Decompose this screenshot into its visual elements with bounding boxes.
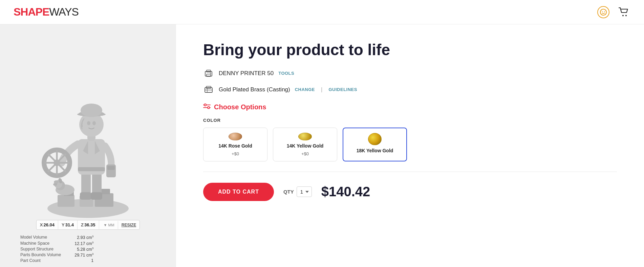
tools-link[interactable]: TOOLS — [278, 71, 294, 76]
color-section-label: COLOR — [203, 118, 617, 123]
qty-section: QTY 1 2 3 4 5 — [283, 186, 312, 197]
color-name-rose-gold: 14K Rose Gold — [218, 143, 252, 149]
svg-rect-39 — [207, 70, 211, 72]
spec-row: Part Count 1 — [20, 258, 93, 263]
logo-shape: SHAPE — [14, 6, 49, 18]
svg-rect-30 — [107, 166, 115, 170]
options-icon — [203, 103, 211, 111]
product-meta: DENNY PRINTER 50 TOOLS Gold Plated Brass… — [203, 68, 617, 95]
svg-rect-6 — [58, 195, 74, 207]
svg-point-41 — [210, 72, 211, 73]
color-card-18k-gold[interactable]: 18K Yellow Gold — [343, 128, 407, 161]
logo[interactable]: SHAPEWAYS — [14, 6, 79, 18]
printer-row: DENNY PRINTER 50 TOOLS — [203, 68, 617, 79]
svg-point-0 — [600, 9, 606, 15]
spec-row: Machine Space 12.17 cm3 — [20, 241, 93, 246]
color-card-rose-gold[interactable]: 14K Rose Gold +$0 — [203, 128, 267, 161]
header-icons — [597, 5, 630, 19]
svg-rect-19 — [80, 192, 91, 200]
color-options: 14K Rose Gold +$0 14K Yellow Gold +$0 18… — [203, 128, 617, 161]
qty-select[interactable]: 1 2 3 4 5 — [297, 186, 312, 197]
color-swatch-yellow-gold — [298, 133, 312, 140]
price-display: $140.42 — [321, 184, 370, 199]
left-panel: X 26.04 Y 31.4 Z 36.35 ▼ MM RESIZE Model… — [0, 24, 176, 267]
right-panel: Bring your product to life DENNY PRINTER… — [176, 24, 644, 267]
qty-label: QTY — [283, 189, 294, 195]
spec-row: Support Structure 5.28 cm3 — [20, 247, 93, 252]
color-card-yellow-gold[interactable]: 14K Yellow Gold +$0 — [273, 128, 337, 161]
printer-name: DENNY PRINTER 50 — [219, 70, 274, 77]
svg-point-1 — [602, 11, 603, 12]
color-swatch-18k-gold — [368, 133, 382, 145]
color-price-rose-gold: +$0 — [232, 151, 239, 156]
bottom-bar: ADD TO CART QTY 1 2 3 4 5 $140.42 — [203, 180, 617, 201]
dim-x: X 26.04 — [37, 220, 58, 229]
color-section: COLOR 14K Rose Gold +$0 14K Yellow Gold … — [203, 118, 617, 161]
svg-point-4 — [625, 15, 627, 16]
change-link[interactable]: CHANGE — [295, 87, 315, 92]
material-icon — [203, 84, 214, 95]
material-row: Gold Plated Brass (Casting) CHANGE | GUI… — [203, 84, 617, 95]
color-name-yellow-gold: 14K Yellow Gold — [287, 143, 324, 149]
resize-button[interactable]: RESIZE — [118, 221, 139, 229]
svg-rect-20 — [91, 192, 102, 200]
color-name-18k-gold: 18K Yellow Gold — [357, 148, 393, 153]
smiley-icon — [597, 6, 609, 18]
spec-row: Parts Bounds Volume 29.71 cm3 — [20, 252, 93, 258]
cart-icon — [619, 7, 629, 17]
add-to-cart-button[interactable]: ADD TO CART — [203, 183, 274, 201]
printer-icon — [203, 68, 214, 79]
dim-unit: ▼ MM — [99, 221, 118, 229]
header: SHAPEWAYS — [0, 0, 644, 24]
svg-point-35 — [81, 104, 102, 117]
svg-rect-43 — [206, 86, 211, 88]
svg-point-2 — [604, 11, 605, 12]
meta-separator: | — [321, 86, 322, 93]
svg-rect-22 — [78, 167, 105, 171]
spec-row: Model Volume 2.93 cm3 — [20, 235, 93, 240]
choose-options-label: Choose Options — [214, 103, 266, 111]
specs-table: Model Volume 2.93 cm3 Machine Space 12.1… — [20, 235, 93, 264]
guidelines-link[interactable]: GUIDELINES — [328, 87, 357, 92]
divider — [203, 172, 617, 172]
material-name: Gold Plated Brass (Casting) — [219, 86, 290, 93]
dimension-labels: X 26.04 Y 31.4 Z 36.35 ▼ MM RESIZE — [36, 220, 140, 230]
color-swatch-rose-gold — [229, 133, 242, 140]
cart-button[interactable] — [617, 5, 630, 19]
svg-point-37 — [92, 121, 96, 125]
dim-z: Z 36.35 — [78, 220, 99, 229]
svg-point-36 — [87, 121, 90, 125]
main-layout: X 26.04 Y 31.4 Z 36.35 ▼ MM RESIZE Model… — [0, 24, 644, 267]
account-button[interactable] — [597, 5, 610, 19]
product-title: Bring your product to life — [203, 41, 617, 59]
choose-options-row: Choose Options — [203, 103, 617, 111]
dim-y: Y 31.4 — [58, 220, 78, 229]
logo-ways: WAYS — [49, 6, 79, 18]
svg-point-16 — [53, 183, 57, 186]
color-price-yellow-gold: +$0 — [301, 151, 309, 156]
svg-point-3 — [622, 15, 624, 16]
